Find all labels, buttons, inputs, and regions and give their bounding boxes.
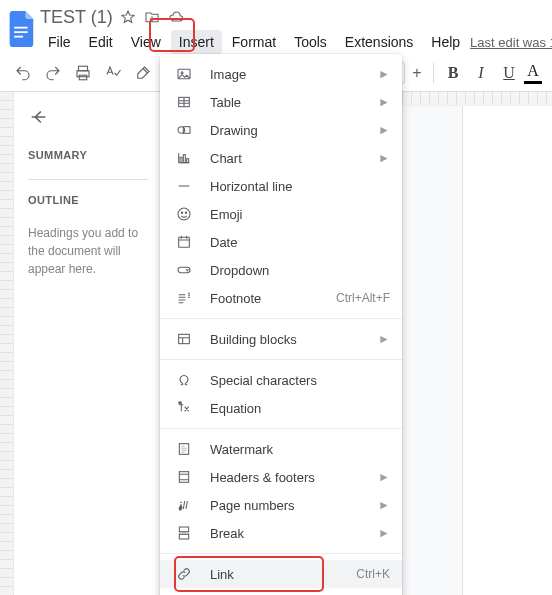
redo-button[interactable] — [40, 60, 66, 86]
svg-rect-2 — [14, 36, 23, 38]
menu-item-special-characters[interactable]: Special characters — [160, 366, 402, 394]
menu-edit[interactable]: Edit — [81, 30, 121, 54]
submenu-arrow-icon: ► — [378, 470, 390, 484]
svg-rect-13 — [187, 159, 189, 163]
svg-rect-12 — [183, 155, 185, 163]
menu-shortcut: Ctrl+Alt+F — [336, 291, 390, 305]
cloud-status-icon[interactable] — [167, 8, 185, 26]
chart-icon — [174, 148, 194, 168]
table-icon — [174, 92, 194, 112]
submenu-arrow-icon: ► — [378, 151, 390, 165]
menu-view[interactable]: View — [123, 30, 169, 54]
menu-item-label: Drawing — [210, 123, 372, 138]
menu-separator — [160, 359, 402, 360]
document-page — [462, 106, 552, 595]
text-color-button[interactable]: A — [524, 62, 542, 84]
menu-item-link[interactable]: LinkCtrl+K — [160, 560, 402, 588]
menu-item-label: Watermark — [210, 442, 390, 457]
menu-item-date[interactable]: Date — [160, 228, 402, 256]
star-icon[interactable] — [119, 8, 137, 26]
svg-rect-25 — [179, 534, 188, 539]
menu-item-label: Equation — [210, 401, 390, 416]
menu-format[interactable]: Format — [224, 30, 284, 54]
svg-point-16 — [185, 212, 186, 213]
menu-item-label: Date — [210, 235, 390, 250]
menu-item-headers-footers[interactable]: Headers & footers► — [160, 463, 402, 491]
menu-item-equation[interactable]: πEquation — [160, 394, 402, 422]
svg-rect-22 — [179, 472, 188, 483]
menu-item-table[interactable]: Table► — [160, 88, 402, 116]
font-size-increase[interactable]: + — [407, 64, 427, 82]
menu-item-chart[interactable]: Chart► — [160, 144, 402, 172]
menu-extensions[interactable]: Extensions — [337, 30, 421, 54]
page-numbers-icon: # — [174, 495, 194, 515]
menu-item-drawing[interactable]: Drawing► — [160, 116, 402, 144]
menu-item-horizontal-line[interactable]: Horizontal line — [160, 172, 402, 200]
menu-item-label: Chart — [210, 151, 372, 166]
menu-item-image[interactable]: Image► — [160, 60, 402, 88]
svg-rect-24 — [179, 527, 188, 532]
docs-logo[interactable] — [8, 6, 36, 52]
submenu-arrow-icon: ► — [378, 332, 390, 346]
date-icon — [174, 232, 194, 252]
svg-text:#: # — [179, 506, 182, 511]
print-button[interactable] — [70, 60, 96, 86]
sidebar-summary-head: SUMMARY — [28, 149, 148, 161]
bold-button[interactable]: B — [440, 60, 466, 86]
menu-insert[interactable]: Insert — [171, 30, 222, 54]
sidebar-outline-head: OUTLINE — [28, 194, 148, 206]
menu-separator — [160, 428, 402, 429]
menu-item-label: Break — [210, 526, 372, 541]
paint-format-button[interactable] — [130, 60, 156, 86]
menu-item-label: Dropdown — [210, 263, 390, 278]
break-icon — [174, 523, 194, 543]
menu-item-label: Footnote — [210, 291, 336, 306]
svg-point-15 — [181, 212, 182, 213]
hr-icon — [174, 176, 194, 196]
link-icon — [174, 564, 194, 584]
dropdown-icon — [174, 260, 194, 280]
menu-help[interactable]: Help — [423, 30, 468, 54]
menu-item-dropdown[interactable]: Dropdown — [160, 256, 402, 284]
last-edit-link[interactable]: Last edit was 18 minutes ago — [470, 35, 552, 50]
drawing-icon — [174, 120, 194, 140]
spellcheck-button[interactable] — [100, 60, 126, 86]
move-icon[interactable] — [143, 8, 161, 26]
emoji-icon — [174, 204, 194, 224]
svg-point-14 — [178, 208, 190, 220]
collapse-outline-button[interactable] — [28, 106, 148, 131]
menu-shortcut: Ctrl+K — [356, 567, 390, 581]
menu-item-footnote[interactable]: FootnoteCtrl+Alt+F — [160, 284, 402, 312]
svg-rect-19 — [179, 334, 190, 343]
menu-item-page-numbers[interactable]: #Page numbers► — [160, 491, 402, 519]
menu-item-label: Table — [210, 95, 372, 110]
vertical-ruler — [0, 92, 14, 595]
submenu-arrow-icon: ► — [378, 123, 390, 137]
menu-item-building-blocks[interactable]: Building blocks► — [160, 325, 402, 353]
menu-tools[interactable]: Tools — [286, 30, 335, 54]
menu-item-label: Horizontal line — [210, 179, 390, 194]
menu-separator — [160, 318, 402, 319]
svg-point-7 — [181, 72, 183, 74]
menu-item-break[interactable]: Break► — [160, 519, 402, 547]
menu-item-label: Special characters — [210, 373, 390, 388]
undo-button[interactable] — [10, 60, 36, 86]
menu-item-emoji[interactable]: Emoji — [160, 200, 402, 228]
menu-item-label: Emoji — [210, 207, 390, 222]
menubar: File Edit View Insert Format Tools Exten… — [40, 30, 552, 54]
underline-button[interactable]: U — [496, 60, 522, 86]
svg-rect-5 — [79, 75, 87, 80]
italic-button[interactable]: I — [468, 60, 494, 86]
menu-item-label: Page numbers — [210, 498, 372, 513]
svg-text:π: π — [179, 400, 182, 405]
separator — [433, 63, 434, 83]
image-icon — [174, 64, 194, 84]
menu-file[interactable]: File — [40, 30, 79, 54]
submenu-arrow-icon: ► — [378, 95, 390, 109]
doc-title[interactable]: TEST (1) — [40, 7, 113, 28]
menu-item-label: Headers & footers — [210, 470, 372, 485]
menu-item-watermark[interactable]: Watermark — [160, 435, 402, 463]
outline-sidebar: SUMMARY OUTLINE Headings you add to the … — [14, 92, 160, 595]
building-blocks-icon — [174, 329, 194, 349]
menu-item-comment[interactable]: CommentCtrl+Alt+M — [160, 588, 402, 595]
